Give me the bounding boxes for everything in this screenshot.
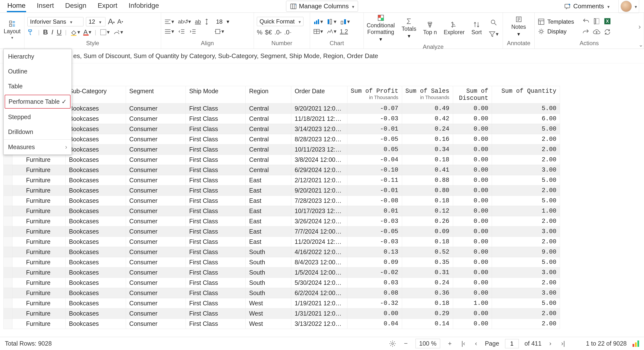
column-width-icon[interactable]: ▾ <box>326 18 336 26</box>
sparkline-icon[interactable]: ▾ <box>326 28 336 35</box>
col-header-orderdate[interactable]: Order Date <box>291 86 347 104</box>
table-row[interactable]: FurnitureBookcasesConsumerFirst ClassSou… <box>4 257 560 268</box>
layout-button[interactable]: Layout ▾ <box>4 20 20 40</box>
layout-menu-hierarchy[interactable]: Hierarchy <box>4 49 72 64</box>
layout-menu-measures[interactable]: Measures› <box>4 139 72 154</box>
increase-font-icon[interactable]: A▴ <box>108 17 115 26</box>
autofit-icon[interactable]: ▾ <box>214 28 224 35</box>
wrap-text-icon[interactable]: ab <box>195 18 201 25</box>
table-row[interactable]: BookcasesConsumerFirst ClassCentral11/18… <box>4 114 560 124</box>
font-color-icon[interactable]: A▾ <box>84 28 91 36</box>
overflow-arrow-icon[interactable]: › <box>638 22 641 31</box>
conditional-formatting-button[interactable]: Conditional Formatting▾ <box>367 14 395 42</box>
table-row[interactable]: FurnitureBookcasesConsumerFirst ClassSou… <box>4 288 560 298</box>
variance-chart-icon[interactable]: ▾ <box>340 18 350 26</box>
table-row[interactable]: FurnitureBookcasesConsumerFirst ClassEas… <box>4 175 560 186</box>
layout-menu-outline[interactable]: Outline <box>4 64 72 79</box>
table-row[interactable]: FurnitureBookcasesConsumerFirst ClassSou… <box>4 268 560 278</box>
layout-menu-drilldown[interactable]: Drilldown <box>4 124 72 139</box>
totals-button[interactable]: Totals▾ <box>402 18 416 39</box>
underline-value-icon[interactable]: 1.2 <box>340 28 348 35</box>
ribbon-collapse-icon[interactable]: ⌄ <box>639 42 643 48</box>
page-input[interactable] <box>505 339 519 348</box>
filter-icon[interactable]: ▾ <box>488 30 498 38</box>
last-page-button[interactable]: ›| <box>559 339 567 348</box>
font-family-dropdown[interactable]: Inforiver Sans <box>27 17 84 26</box>
col-header-sales[interactable]: Sum of Salesin Thousands <box>402 86 453 104</box>
templates-label[interactable]: Templates <box>547 18 574 25</box>
table-row[interactable]: FurnitureBookcasesConsumerFirst ClassWes… <box>4 319 560 329</box>
table-chart-icon[interactable]: ▾ <box>313 28 323 35</box>
table-row[interactable]: FurnitureBookcasesConsumerFirst ClassEas… <box>4 196 560 206</box>
tab-home[interactable]: Home <box>7 0 26 12</box>
font-size-dropdown[interactable]: 12 <box>86 17 106 26</box>
valign-icon[interactable]: ▾ <box>164 28 174 35</box>
col-header-discount[interactable]: Sum ofDiscount <box>453 86 492 104</box>
decrease-indent-icon[interactable] <box>178 28 185 35</box>
table-row[interactable]: FurnitureBookcasesConsumerFirst ClassCen… <box>4 155 560 165</box>
format-painter-icon[interactable] <box>27 28 35 36</box>
display-icon[interactable] <box>538 28 545 35</box>
table-row[interactable]: FurnitureBookcasesConsumerFirst ClassEas… <box>4 226 560 237</box>
table-row[interactable]: BookcasesConsumerFirst ClassCentral9/20/… <box>4 104 560 114</box>
decrease-decimal-icon[interactable]: .0− <box>284 28 292 36</box>
col-header-profit[interactable]: Sum of Profitin Thousands <box>347 86 402 104</box>
table-row[interactable]: BookcasesConsumerFirst ClassCentral3/14/… <box>4 124 560 134</box>
table-row[interactable]: FurnitureBookcasesConsumerFirst ClassEas… <box>4 237 560 247</box>
col-header-subcat[interactable]: Sub-Category <box>66 86 126 104</box>
manage-columns-button[interactable]: Manage Columns <box>286 1 358 12</box>
underline-icon[interactable]: U <box>57 28 62 36</box>
table-row[interactable]: FurnitureBookcasesConsumerFirst ClassWes… <box>4 308 560 319</box>
table-row[interactable]: FurnitureBookcasesConsumerFirst ClassSou… <box>4 278 560 288</box>
sort-button[interactable]: Sort <box>472 21 482 36</box>
italic-icon[interactable]: I <box>51 28 53 36</box>
line-height-icon[interactable] <box>205 18 212 26</box>
table-row[interactable]: FurnitureBookcasesConsumerFirst ClassCen… <box>4 144 560 155</box>
refresh-icon[interactable] <box>604 28 611 36</box>
increase-decimal-icon[interactable]: .0+ <box>274 28 282 36</box>
tab-infobridge[interactable]: Infobridge <box>128 0 160 12</box>
zoom-out-button[interactable]: − <box>402 339 410 348</box>
orientation-ab-icon[interactable]: ab↺▾ <box>178 18 191 25</box>
table-row[interactable]: FurnitureBookcasesConsumerFirst ClassEas… <box>4 186 560 196</box>
first-page-button[interactable]: |‹ <box>460 339 467 348</box>
percent-icon[interactable]: % <box>257 28 262 36</box>
display-label[interactable]: Display <box>547 28 566 35</box>
tab-design[interactable]: Design <box>65 0 87 12</box>
table-row[interactable]: FurnitureBookcasesConsumerFirst ClassWes… <box>4 298 560 308</box>
table-row[interactable]: FurnitureBookcasesConsumerFirst ClassEas… <box>4 206 560 216</box>
bold-icon[interactable]: B <box>43 28 48 36</box>
table-row[interactable]: BookcasesConsumerFirst ClassCentral8/28/… <box>4 134 560 144</box>
increase-indent-icon[interactable] <box>189 28 196 35</box>
tab-insert[interactable]: Insert <box>36 0 54 12</box>
col-header-ship[interactable]: Ship Mode <box>186 86 246 104</box>
search-icon[interactable] <box>488 19 498 26</box>
rail-toggle-icon[interactable] <box>593 18 600 25</box>
align-left-icon[interactable]: ▾ <box>164 18 174 26</box>
layout-menu-stepped[interactable]: Stepped <box>4 110 72 124</box>
col-header-segment[interactable]: Segment <box>126 86 186 104</box>
bar-chart-icon[interactable]: ▾ <box>313 18 323 26</box>
clear-format-icon[interactable]: ▾ <box>113 28 123 36</box>
decrease-font-icon[interactable]: A▾ <box>117 17 123 26</box>
col-header-qty[interactable]: Sum of Quantity <box>492 86 560 104</box>
currency-icon[interactable]: $€ <box>265 28 272 36</box>
zoom-in-button[interactable]: + <box>446 339 454 348</box>
table-row[interactable]: FurnitureBookcasesConsumerFirst ClassSou… <box>4 247 560 257</box>
topn-button[interactable]: Top n <box>423 21 437 36</box>
excel-export-icon[interactable]: X <box>604 18 611 25</box>
layout-menu-table[interactable]: Table <box>4 79 72 94</box>
table-row[interactable]: FurnitureBookcasesConsumerFirst ClassEas… <box>4 216 560 226</box>
settings-gear-icon[interactable] <box>389 340 396 347</box>
layout-menu-performance-table[interactable]: Performance Table✓ <box>5 95 70 108</box>
undo-icon[interactable] <box>582 18 590 25</box>
cloud-upload-icon[interactable] <box>593 28 600 36</box>
fill-color-icon[interactable]: ▾ <box>70 28 80 36</box>
comments-button[interactable]: Comments <box>560 1 613 12</box>
borders-icon[interactable]: ▾ <box>100 28 110 36</box>
col-header-region[interactable]: Region <box>246 86 291 104</box>
redo-icon[interactable] <box>582 28 590 36</box>
notes-button[interactable]: Notes▾ <box>511 16 526 37</box>
templates-icon[interactable] <box>538 18 545 26</box>
tab-export[interactable]: Export <box>97 0 118 12</box>
